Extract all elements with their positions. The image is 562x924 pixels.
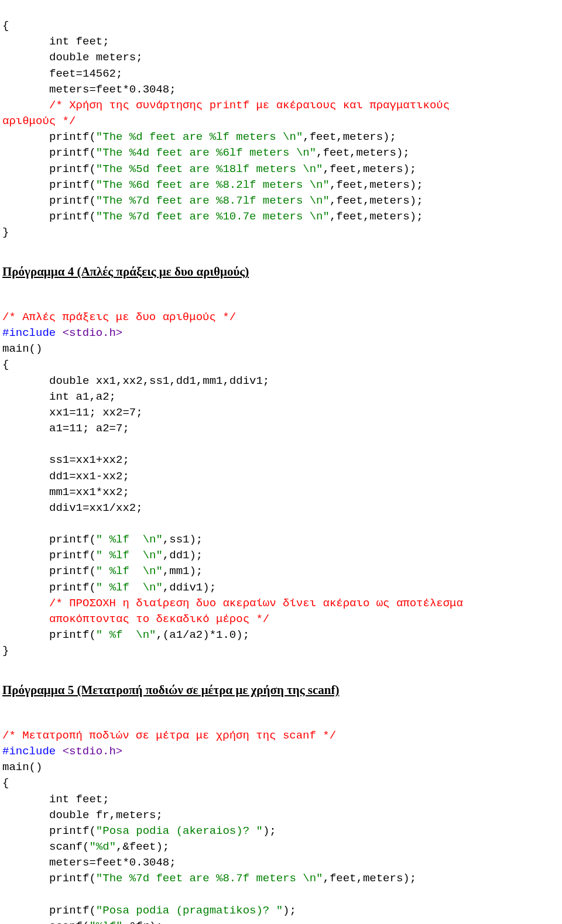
brace-close: } bbox=[2, 644, 9, 657]
stmt: int a1,a2; bbox=[49, 390, 116, 403]
args: ); bbox=[263, 825, 276, 837]
include: #include bbox=[2, 327, 63, 339]
str: "%d" bbox=[89, 840, 116, 853]
str: " %f \n" bbox=[96, 628, 156, 641]
fn: printf( bbox=[49, 549, 96, 562]
str: " %lf \n" bbox=[96, 565, 163, 578]
comment: /* Απλές πράξεις με δυο αριθμούς */ bbox=[2, 311, 236, 324]
fn: printf( bbox=[49, 904, 96, 917]
stmt: int feet; bbox=[49, 793, 109, 806]
body-1: int feet; double meters; feet=14562; met… bbox=[2, 34, 560, 114]
args: ,dd1); bbox=[163, 549, 203, 562]
include-path: <stdio.h> bbox=[63, 745, 123, 758]
fn: printf( bbox=[49, 872, 96, 885]
args: ,&feet); bbox=[116, 840, 169, 853]
brace-close: } bbox=[2, 226, 9, 239]
comment: /* Χρήση της συνάρτησης printf με ακέραι… bbox=[49, 99, 450, 112]
args: ,(a1/a2)*1.0); bbox=[156, 628, 249, 641]
str: "The %7d feet are %8.7lf meters \n" bbox=[96, 194, 330, 207]
args: ,ddiv1); bbox=[163, 581, 216, 594]
str: " %lf \n" bbox=[96, 549, 163, 562]
str: "The %4d feet are %6lf meters \n" bbox=[96, 146, 316, 159]
comment: /* Μετατροπή ποδιών σε μέτρα με χρήση τη… bbox=[2, 729, 336, 742]
heading-program-5: Πρόγραμμα 5 (Μετατροπή ποδιών σε μέτρα μ… bbox=[2, 681, 560, 699]
fn: printf( bbox=[49, 178, 96, 191]
heading-program-4: Πρόγραμμα 4 (Απλές πράξεις με δυο αριθμο… bbox=[2, 263, 560, 280]
str: "The %d feet are %lf meters \n" bbox=[96, 130, 303, 143]
args: ); bbox=[283, 904, 296, 917]
str: "The %7d feet are %8.7f meters \n" bbox=[96, 872, 323, 885]
stmt: ss1=xx1+xx2; bbox=[49, 454, 129, 466]
fn: printf( bbox=[49, 130, 96, 143]
stmt: feet=14562; bbox=[49, 67, 122, 80]
include: #include bbox=[2, 745, 63, 758]
fn: printf( bbox=[49, 565, 96, 578]
stmt: mm1=xx1*xx2; bbox=[49, 486, 129, 499]
brace-open: { bbox=[2, 358, 9, 371]
fn: printf( bbox=[49, 210, 96, 223]
stmt: int feet; bbox=[49, 35, 109, 48]
args: ,feet,meters); bbox=[330, 210, 423, 223]
args: ,ss1); bbox=[163, 533, 203, 546]
fn: printf( bbox=[49, 581, 96, 594]
body-2: printf("The %d feet are %lf meters \n",f… bbox=[2, 129, 560, 225]
str: " %lf \n" bbox=[96, 533, 163, 546]
args: ,feet,meters); bbox=[323, 872, 417, 885]
comment: αριθμούς */ bbox=[2, 115, 76, 128]
args: ,feet,meters); bbox=[316, 146, 410, 159]
args: ,&fr); bbox=[122, 920, 162, 924]
comment: /* ΠΡΟΣΟΧΗ η διαίρεση δυο ακεραίων δίνει… bbox=[49, 597, 463, 610]
str: "%lf" bbox=[89, 920, 122, 924]
args: ,feet,meters); bbox=[330, 178, 423, 191]
str: "The %5d feet are %18lf meters \n" bbox=[96, 163, 323, 176]
code-block-1: { int feet; double meters; feet=14562; m… bbox=[2, 2, 560, 241]
stmt: meters=feet*0.3048; bbox=[49, 856, 176, 869]
stmt: xx1=11; xx2=7; bbox=[49, 406, 143, 419]
stmt: ddiv1=xx1/xx2; bbox=[49, 501, 143, 514]
args: ,feet,meters); bbox=[303, 130, 396, 143]
str: "The %7d feet are %10.7e meters \n" bbox=[96, 210, 330, 223]
fn: printf( bbox=[49, 533, 96, 546]
str: "The %6d feet are %8.2lf meters \n" bbox=[96, 178, 330, 191]
str: "Posa podia (akeraios)? " bbox=[96, 825, 263, 837]
stmt: double xx1,xx2,ss1,dd1,mm1,ddiv1; bbox=[49, 375, 269, 387]
args: ,mm1); bbox=[163, 565, 203, 578]
main: main() bbox=[2, 342, 42, 355]
body: double xx1,xx2,ss1,dd1,mm1,ddiv1; int a1… bbox=[2, 373, 560, 644]
fn: printf( bbox=[49, 825, 96, 837]
body: int feet; double fr,meters; printf("Posa… bbox=[2, 792, 560, 924]
fn: printf( bbox=[49, 146, 96, 159]
fn: printf( bbox=[49, 163, 96, 176]
str: " %lf \n" bbox=[96, 581, 163, 594]
stmt: double meters; bbox=[49, 51, 143, 64]
brace-open: { bbox=[2, 777, 9, 789]
fn: printf( bbox=[49, 194, 96, 207]
fn: scanf( bbox=[49, 920, 89, 924]
stmt: a1=11; a2=7; bbox=[49, 422, 129, 435]
main: main() bbox=[2, 761, 42, 774]
fn: printf( bbox=[49, 628, 96, 641]
brace-open: { bbox=[2, 19, 9, 32]
code-block-2: /* Απλές πράξεις με δυο αριθμούς */ #inc… bbox=[2, 294, 560, 659]
stmt: dd1=xx1-xx2; bbox=[49, 470, 129, 483]
args: ,feet,meters); bbox=[330, 194, 423, 207]
args: ,feet,meters); bbox=[323, 163, 417, 176]
stmt: double fr,meters; bbox=[49, 809, 163, 822]
fn: scanf( bbox=[49, 840, 89, 853]
include-path: <stdio.h> bbox=[63, 327, 123, 339]
comment: αποκόπτοντας το δεκαδικό μέρος */ bbox=[49, 613, 269, 626]
str: "Posa podia (pragmatikos)? " bbox=[96, 904, 283, 917]
code-block-3: /* Μετατροπή ποδιών σε μέτρα με χρήση τη… bbox=[2, 712, 560, 924]
stmt: meters=feet*0.3048; bbox=[49, 83, 176, 96]
